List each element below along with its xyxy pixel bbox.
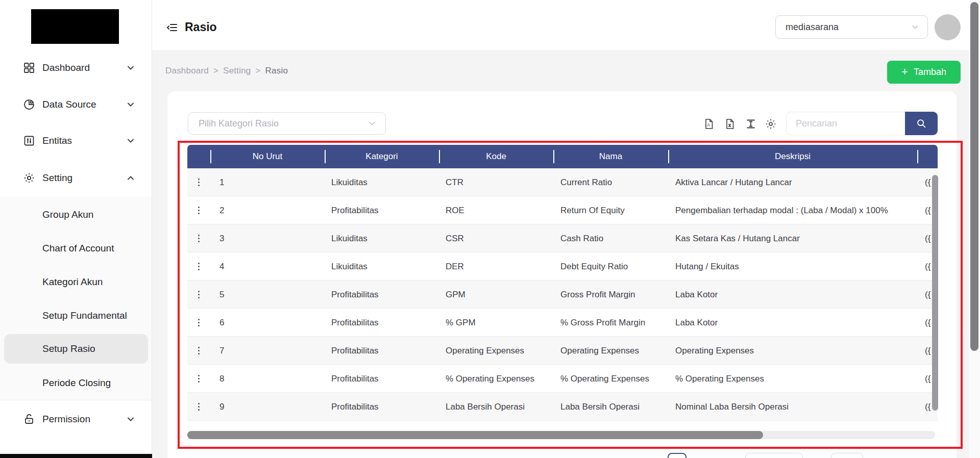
table-horizontal-scrollbar-track[interactable] <box>187 431 935 439</box>
sidebar-item-dashboard[interactable]: Dashboard <box>0 54 152 82</box>
page-title: Rasio <box>185 20 217 34</box>
rasio-table: No Urut Kategori Kode Nama Deskripsi 1 L… <box>187 145 938 421</box>
cell-nama: Debt Equity Ratio <box>560 252 670 281</box>
pagination-size-select[interactable] <box>745 453 803 458</box>
row-actions-kebab-icon[interactable] <box>194 309 203 337</box>
setting-submenu: Group Akun Chart of Account Kategori Aku… <box>0 196 152 400</box>
cell-kategori: Profitabilitas <box>331 365 436 393</box>
sidebar-item-periode-closing[interactable]: Periode Closing <box>4 368 148 398</box>
chevron-down-icon <box>127 64 135 72</box>
tambah-button[interactable]: + Tambah <box>887 61 961 84</box>
column-header-no-urut[interactable]: No Urut <box>210 145 325 168</box>
table-row[interactable]: 4 Likuiditas DER Debt Equity Ratio Hutan… <box>187 252 938 281</box>
cell-deskripsi: Laba Kotor <box>675 281 914 309</box>
sidebar-item-permission[interactable]: Permission <box>0 405 152 434</box>
cell-nama: Laba Bersih Operasi <box>560 393 670 421</box>
column-header-kode[interactable]: Kode <box>439 145 553 168</box>
sidebar-item-label: Data Source <box>42 99 96 110</box>
cell-nama: Return Of Equity <box>560 196 670 224</box>
cell-kategori: Likuiditas <box>331 252 436 281</box>
search-icon <box>916 118 927 129</box>
breadcrumb-setting[interactable]: Setting <box>223 66 251 75</box>
sidebar-item-setup-rasio[interactable]: Setup Rasio <box>4 334 148 364</box>
table-horizontal-scrollbar-thumb[interactable] <box>187 431 763 439</box>
cell-no-urut: 9 <box>219 393 322 421</box>
cell-nama: Gross Profit Margin <box>560 281 670 309</box>
plus-icon: + <box>901 65 908 79</box>
column-header-deskripsi[interactable]: Deskripsi <box>668 145 917 168</box>
sidebar-item-group-akun[interactable]: Group Akun <box>4 200 148 230</box>
table-row[interactable]: 9 Profitabilitas Laba Bersih Operasi Lab… <box>187 393 938 421</box>
company-select-value: mediasarana <box>786 22 839 33</box>
sub-item-label: Periode Closing <box>42 377 111 389</box>
cell-deskripsi: Operating Expenses <box>675 337 914 365</box>
company-select[interactable]: mediasarana <box>775 15 928 39</box>
table-row[interactable]: 3 Likuiditas CSR Cash Ratio Kas Setara K… <box>187 224 938 252</box>
cell-no-urut: 4 <box>219 252 322 281</box>
avatar[interactable] <box>935 14 961 40</box>
kategori-rasio-select[interactable]: Pilih Kategori Rasio <box>188 112 386 135</box>
search-button[interactable] <box>905 112 938 135</box>
cell-no-urut: 6 <box>219 309 322 337</box>
cell-kode: DER <box>446 252 553 281</box>
cell-deskripsi: Aktiva Lancar / Hutang Lancar <box>675 168 914 196</box>
cell-kode: CSR <box>446 224 553 252</box>
outdent-toggle-icon[interactable] <box>166 21 178 34</box>
table-row[interactable]: 2 Profitabilitas ROE Return Of Equity Pe… <box>187 196 938 224</box>
table-header-row: No Urut Kategori Kode Nama Deskripsi <box>187 145 938 168</box>
sidebar-item-setup-fundamental[interactable]: Setup Fundamental <box>4 301 148 330</box>
cell-kode: Laba Bersih Operasi <box>446 393 553 421</box>
column-header-nama[interactable]: Nama <box>553 145 668 168</box>
cell-no-urut: 1 <box>219 168 322 196</box>
breadcrumb: Dashboard>Setting>Rasio <box>165 66 288 76</box>
text-height-icon[interactable] <box>745 118 757 130</box>
kategori-rasio-placeholder: Pilih Kategori Rasio <box>199 118 279 129</box>
sidebar-item-kategori-akun[interactable]: Kategori Akun <box>4 267 148 297</box>
sidebar-item-chart-of-account[interactable]: Chart of Account <box>4 234 148 263</box>
cell-deskripsi: Laba Kotor <box>675 309 914 337</box>
row-actions-kebab-icon[interactable] <box>194 196 203 224</box>
excel-export-icon[interactable] <box>724 118 736 130</box>
column-separator <box>917 150 918 163</box>
sidebar-item-label: Permission <box>42 414 90 425</box>
chevron-down-icon <box>911 23 919 31</box>
page-scrollbar-thumb[interactable] <box>970 2 978 351</box>
table-vertical-scrollbar[interactable] <box>932 175 938 411</box>
search-input[interactable] <box>786 112 905 135</box>
table-row[interactable]: 1 Likuiditas CTR Current Ratio Aktiva La… <box>187 168 938 196</box>
pagination-page-button[interactable] <box>668 453 687 458</box>
breadcrumb-dashboard[interactable]: Dashboard <box>165 66 209 75</box>
unlock-icon <box>23 413 35 425</box>
sidebar-item-entitas[interactable]: Entitas <box>0 126 152 155</box>
row-actions-kebab-icon[interactable] <box>194 252 203 281</box>
chevron-down-icon <box>127 100 135 109</box>
row-actions-kebab-icon[interactable] <box>194 393 203 421</box>
pagination-control[interactable] <box>831 453 863 458</box>
table-row[interactable]: 5 Profitabilitas GPM Gross Profit Margin… <box>187 281 938 309</box>
pdf-export-icon[interactable]: A <box>703 118 715 130</box>
sidebar-item-data-source[interactable]: Data Source <box>0 90 152 119</box>
cell-kategori: Profitabilitas <box>331 309 436 337</box>
breadcrumb-separator: > <box>255 66 260 75</box>
row-actions-kebab-icon[interactable] <box>194 365 203 393</box>
row-actions-kebab-icon[interactable] <box>194 168 203 196</box>
page-scrollbar-track[interactable] <box>969 0 980 458</box>
cell-kategori: Profitabilitas <box>331 393 436 421</box>
svg-text:A: A <box>707 122 710 128</box>
bottom-strip <box>0 454 152 458</box>
row-actions-kebab-icon[interactable] <box>194 281 203 309</box>
cell-kode: Operating Expenses <box>446 337 553 365</box>
row-actions-kebab-icon[interactable] <box>194 337 203 365</box>
table-body: 1 Likuiditas CTR Current Ratio Aktiva La… <box>187 168 938 421</box>
table-row[interactable]: 8 Profitabilitas % Operating Expenses % … <box>187 365 938 393</box>
cell-nama: Current Ratio <box>560 168 670 196</box>
table-row[interactable]: 7 Profitabilitas Operating Expenses Oper… <box>187 337 938 365</box>
sub-item-label: Chart of Account <box>42 243 114 254</box>
settings-icon[interactable] <box>765 118 777 130</box>
sidebar-item-setting[interactable]: Setting <box>0 164 152 192</box>
cell-nama: Cash Ratio <box>560 224 670 252</box>
row-actions-kebab-icon[interactable] <box>194 224 203 252</box>
sub-item-label: Setup Fundamental <box>42 310 127 321</box>
column-header-kategori[interactable]: Kategori <box>325 145 439 168</box>
table-row[interactable]: 6 Profitabilitas % GPM % Gross Profit Ma… <box>187 309 938 337</box>
